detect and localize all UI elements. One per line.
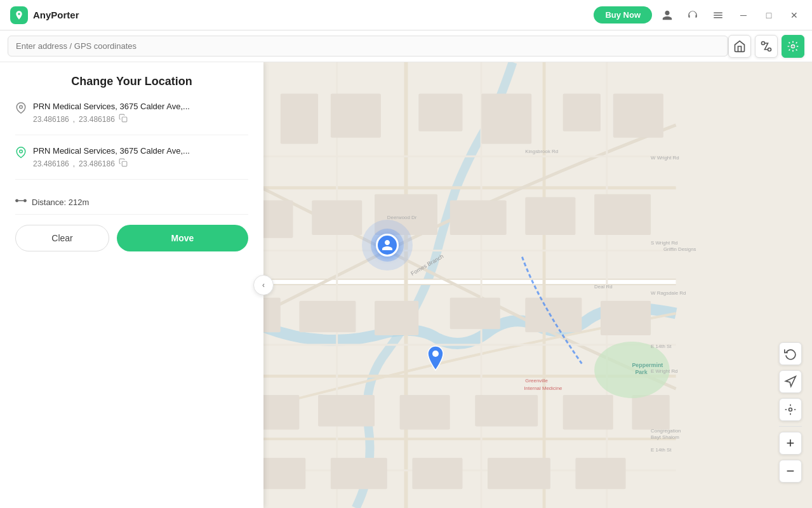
- svg-rect-38: [575, 458, 625, 489]
- svg-text:Fomes Branch: Fomes Branch: [409, 253, 444, 277]
- origin-coords: 23.486186 , 23.486186: [33, 114, 248, 124]
- svg-point-0: [762, 41, 765, 44]
- svg-rect-24: [525, 298, 582, 332]
- app-name: AnyPorter: [33, 10, 79, 20]
- svg-point-65: [20, 150, 23, 153]
- svg-rect-35: [331, 458, 387, 489]
- app-logo-icon: [10, 6, 28, 24]
- titlebar: AnyPorter Buy Now ─ □ ✕: [0, 0, 812, 30]
- svg-rect-22: [375, 301, 418, 335]
- search-input[interactable]: [8, 36, 728, 57]
- origin-info: PRN Medical Services, 3675 Calder Ave,..…: [33, 101, 248, 124]
- user-location-marker: [362, 220, 413, 271]
- svg-text:E 14th St: E 14th St: [651, 344, 672, 349]
- svg-text:Congregation: Congregation: [651, 428, 681, 434]
- svg-text:Greenville: Greenville: [525, 378, 548, 384]
- action-buttons: Clear Move: [15, 225, 248, 251]
- menu-icon-button[interactable]: [708, 5, 728, 25]
- origin-lng: 23.486186: [79, 115, 115, 124]
- svg-point-1: [768, 48, 771, 51]
- locate-button[interactable]: [779, 398, 802, 421]
- copy-origin-coords-button[interactable]: [119, 114, 128, 124]
- svg-rect-30: [475, 395, 538, 426]
- svg-text:Internal Medicine: Internal Medicine: [524, 385, 562, 391]
- svg-rect-25: [601, 301, 651, 335]
- svg-text:W Wright Rd: W Wright Rd: [651, 155, 679, 161]
- svg-rect-36: [412, 458, 462, 489]
- svg-rect-68: [16, 199, 18, 203]
- buy-now-button[interactable]: Buy Now: [594, 6, 652, 23]
- map-controls: + −: [779, 342, 802, 483]
- path-tool-button[interactable]: [755, 35, 778, 58]
- logo-area: AnyPorter: [0, 6, 586, 24]
- searchbar: →: [0, 30, 812, 62]
- svg-point-39: [594, 342, 670, 398]
- teleport-tool-button[interactable]: [782, 35, 804, 58]
- svg-rect-16: [450, 201, 507, 235]
- move-button[interactable]: Move: [117, 225, 248, 251]
- zoom-in-button[interactable]: +: [779, 432, 802, 455]
- svg-rect-69: [24, 199, 27, 203]
- svg-text:W Ragsdale Rd: W Ragsdale Rd: [651, 290, 686, 296]
- svg-rect-14: [312, 201, 362, 235]
- svg-marker-61: [786, 377, 796, 387]
- svg-text:E 14th St: E 14th St: [651, 447, 672, 453]
- svg-rect-28: [318, 395, 375, 426]
- zoom-out-button[interactable]: −: [779, 460, 802, 483]
- user-icon-button[interactable]: [657, 5, 677, 25]
- history-button[interactable]: [779, 342, 802, 365]
- destination-info: PRN Medical Services, 3675 Calder Ave,..…: [33, 145, 248, 169]
- headphone-icon-button[interactable]: [682, 5, 703, 25]
- route-tool-button[interactable]: [728, 35, 751, 58]
- origin-lat: 23.486186: [33, 115, 69, 124]
- destination-marker: [425, 345, 446, 374]
- svg-text:Peppermint: Peppermint: [632, 362, 663, 368]
- svg-rect-9: [481, 93, 531, 144]
- clear-button[interactable]: Clear: [15, 225, 109, 251]
- maximize-button[interactable]: □: [759, 5, 779, 25]
- distance-icon: [15, 196, 27, 208]
- sidebar-collapse-button[interactable]: ‹: [253, 275, 274, 295]
- destination-coords: 23.486186 , 23.486186: [33, 158, 248, 169]
- svg-rect-37: [488, 458, 550, 489]
- svg-point-60: [432, 351, 439, 357]
- svg-rect-64: [122, 117, 127, 122]
- svg-text:Bayt Shalom: Bayt Shalom: [651, 434, 679, 440]
- origin-name: PRN Medical Services, 3675 Calder Ave,..…: [33, 101, 248, 112]
- destination-lat: 23.486186: [33, 159, 69, 168]
- svg-point-62: [789, 408, 792, 411]
- controls-divider: [779, 426, 802, 427]
- svg-rect-17: [525, 197, 575, 235]
- close-button[interactable]: ✕: [784, 5, 804, 25]
- navigate-button[interactable]: [779, 370, 802, 393]
- svg-text:Kingsbrook Rd: Kingsbrook Rd: [525, 149, 558, 154]
- svg-rect-29: [400, 395, 450, 429]
- minimize-button[interactable]: ─: [733, 5, 754, 25]
- origin-location-item: PRN Medical Services, 3675 Calder Ave,..…: [15, 101, 248, 135]
- svg-rect-66: [122, 162, 127, 167]
- origin-location-icon: [15, 102, 27, 116]
- sidebar-panel: Change Your Location PRN Medical Service…: [0, 62, 263, 508]
- svg-rect-32: [632, 395, 669, 429]
- svg-rect-18: [594, 194, 651, 235]
- distance-text: Distance: 212m: [32, 197, 89, 207]
- distance-row: Distance: 212m: [15, 190, 248, 215]
- svg-rect-31: [563, 395, 613, 429]
- destination-lng: 23.486186: [79, 159, 115, 168]
- title-actions: Buy Now ─ □ ✕: [586, 5, 812, 25]
- svg-rect-21: [299, 301, 356, 332]
- svg-text:Griffin Designs: Griffin Designs: [663, 246, 696, 252]
- svg-rect-8: [418, 93, 462, 131]
- svg-text:Park: Park: [635, 369, 647, 375]
- svg-text:E Wright Rd: E Wright Rd: [651, 368, 677, 374]
- svg-rect-11: [613, 93, 663, 137]
- svg-text:S Wright Rd: S Wright Rd: [651, 240, 677, 246]
- svg-rect-6: [281, 93, 318, 144]
- destination-name: PRN Medical Services, 3675 Calder Ave,..…: [33, 145, 248, 157]
- svg-point-2: [792, 44, 795, 48]
- panel-title: Change Your Location: [15, 75, 248, 88]
- destination-location-item: PRN Medical Services, 3675 Calder Ave,..…: [15, 145, 248, 180]
- svg-rect-23: [450, 298, 500, 329]
- svg-rect-10: [563, 93, 601, 131]
- copy-destination-coords-button[interactable]: [119, 158, 128, 169]
